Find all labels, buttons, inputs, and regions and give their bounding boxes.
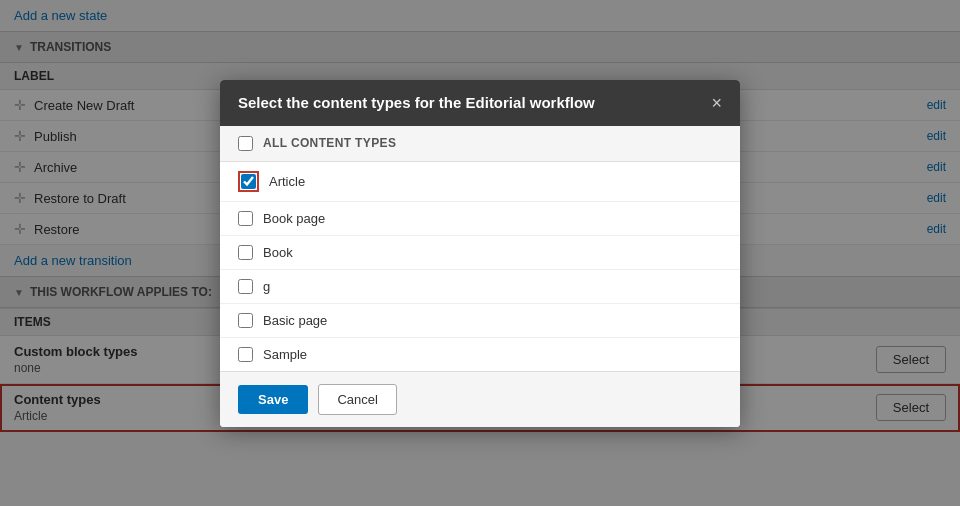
modal-close-button[interactable]: × [711, 94, 722, 112]
content-type-label[interactable]: Book page [263, 211, 325, 226]
modal-overlay: Select the content types for the Editori… [0, 0, 960, 506]
modal-body: ALL CONTENT TYPES Article Book page Book… [220, 126, 740, 371]
content-type-checkbox[interactable] [238, 245, 253, 260]
modal-title: Select the content types for the Editori… [238, 94, 595, 111]
content-type-row: Book page [220, 202, 740, 236]
modal-footer: Save Cancel [220, 371, 740, 427]
content-type-checkbox[interactable] [238, 347, 253, 362]
content-type-row: Sample [220, 338, 740, 371]
content-type-checkbox[interactable] [238, 313, 253, 328]
all-content-types-label: ALL CONTENT TYPES [263, 136, 396, 150]
page-background: Add a new state ▼ TRANSITIONS LABEL ✛ Cr… [0, 0, 960, 506]
content-type-row: g [220, 270, 740, 304]
content-type-label[interactable]: Book [263, 245, 293, 260]
content-type-label[interactable]: Sample [263, 347, 307, 362]
highlighted-checkbox-wrapper [238, 171, 259, 192]
content-type-row: Book [220, 236, 740, 270]
cancel-button[interactable]: Cancel [318, 384, 396, 415]
modal-dialog: Select the content types for the Editori… [220, 80, 740, 427]
content-type-label[interactable]: Basic page [263, 313, 327, 328]
content-type-checkbox[interactable] [238, 279, 253, 294]
save-button[interactable]: Save [238, 385, 308, 414]
content-type-label[interactable]: Article [269, 174, 305, 189]
content-type-row: Article [220, 162, 740, 202]
all-content-types-row: ALL CONTENT TYPES [220, 126, 740, 162]
all-content-types-checkbox[interactable] [238, 136, 253, 151]
modal-header: Select the content types for the Editori… [220, 80, 740, 126]
content-type-checkbox[interactable] [241, 174, 256, 189]
modal-items-list: Article Book page Book g Basic page Samp… [220, 162, 740, 371]
content-type-label[interactable]: g [263, 279, 270, 294]
content-type-row: Basic page [220, 304, 740, 338]
content-type-checkbox[interactable] [238, 211, 253, 226]
